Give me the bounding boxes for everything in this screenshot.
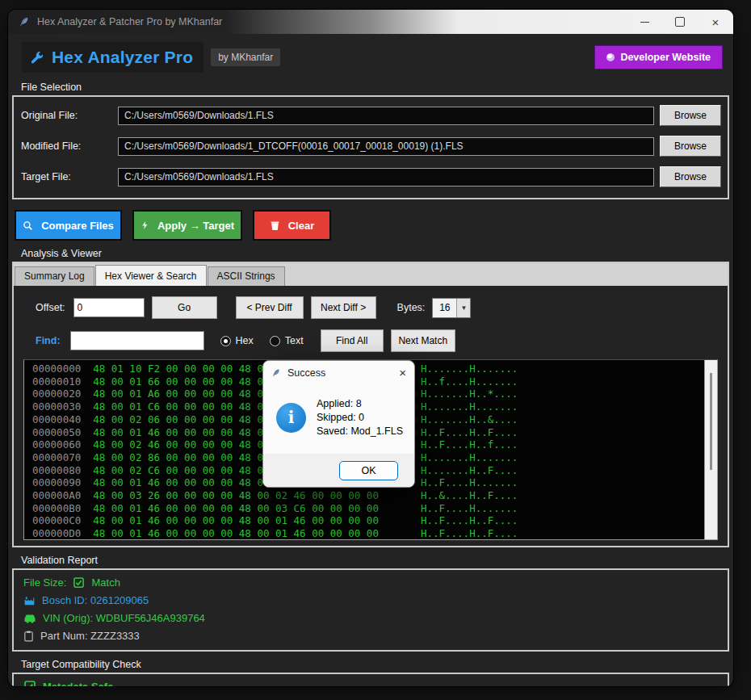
next-match-button[interactable]: Next Match [391, 329, 455, 352]
compatibility-box: Metadata Safe 100% Byte Compatible [12, 673, 729, 686]
close-icon: × [712, 16, 720, 28]
find-input[interactable] [70, 331, 204, 350]
app-header: Hex Analyzer Pro by MKhanfar Developer W… [8, 34, 733, 74]
minimize-button[interactable] [627, 10, 662, 34]
file-field-label: Target File: [21, 171, 118, 182]
clear-button[interactable]: Clear [253, 210, 331, 241]
apply-target-button[interactable]: Apply → Target [132, 210, 242, 241]
file-field-label: Original File: [21, 110, 118, 121]
radio-text[interactable]: Text [270, 335, 304, 346]
hex-row: 000000D048 00 01 46 00 00 00 00 48 00 01… [32, 527, 717, 540]
file-path-input[interactable] [118, 168, 654, 187]
bosch-id-row: Bosch ID: 0261209065 [23, 594, 718, 606]
vin-value: VIN (Orig): WDBUF56J46A939764 [43, 612, 205, 624]
minimize-icon [640, 22, 649, 23]
car-icon [23, 613, 36, 623]
validation-report-label: Validation Report [21, 555, 733, 566]
analysis-label: Analysis & Viewer [21, 248, 733, 259]
hex-row: 000000C048 00 01 46 00 00 00 00 48 00 01… [32, 514, 717, 527]
tab-ascii-strings[interactable]: ASCII Strings [208, 266, 285, 286]
app-window: Hex Analyzer & Patcher Pro by MKhanfar ×… [8, 10, 733, 686]
file-size-label: File Size: [23, 576, 66, 589]
chevron-down-icon: ▼ [456, 299, 470, 317]
close-button[interactable]: × [698, 10, 733, 34]
trash-icon [270, 220, 280, 231]
find-label: Find: [36, 335, 61, 346]
dialog-line-saved: Saved: Mod_1.FLS [317, 425, 403, 438]
app-title-box: Hex Analyzer Pro [22, 42, 203, 73]
maximize-icon [675, 17, 685, 27]
titlebar: Hex Analyzer & Patcher Pro by MKhanfar × [8, 10, 733, 34]
hex-row: 000000B048 00 01 46 00 00 00 00 48 00 03… [32, 502, 717, 515]
bytes-label: Bytes: [397, 302, 426, 313]
offset-toolbar: Offset: Go < Prev Diff Next Diff > Bytes… [14, 286, 728, 323]
browse-button[interactable]: Browse [660, 136, 721, 157]
checkbox-checked-icon [23, 680, 36, 686]
browse-button[interactable]: Browse [660, 105, 721, 126]
dialog-line-applied: Applied: 8 [317, 397, 403, 411]
next-diff-button[interactable]: Next Diff > [311, 296, 376, 319]
window-title: Hex Analyzer & Patcher Pro by MKhanfar [37, 16, 222, 27]
page-title: Hex Analyzer Pro [52, 48, 193, 67]
file-path-input[interactable] [118, 137, 654, 156]
feather-app-icon [19, 16, 30, 27]
file-path-input[interactable] [118, 107, 654, 125]
file-selection-label: File Selection [21, 82, 733, 93]
feather-dialog-icon [271, 368, 281, 378]
prev-diff-button[interactable]: < Prev Diff [236, 296, 304, 319]
radio-hex-icon [220, 336, 231, 346]
offset-label: Offset: [36, 302, 65, 313]
find-all-button[interactable]: Find All [321, 329, 384, 352]
radio-hex[interactable]: Hex [220, 335, 254, 346]
maximize-button[interactable] [662, 10, 698, 34]
compatibility-label: Target Compatibility Check [21, 659, 733, 670]
bytes-select[interactable]: 16 ▼ [432, 298, 471, 318]
wrench-icon [29, 50, 44, 65]
part-num-row: Part Num: ZZZZ3333 [23, 630, 718, 642]
actions-row: Compare Files Apply → Target Clear [15, 210, 729, 241]
tab-hex-viewer-search[interactable]: Hex Viewer & Search [95, 265, 207, 286]
info-icon: i [276, 403, 306, 433]
bosch-id-value: Bosch ID: 0261209065 [42, 594, 149, 606]
file-row: Original File: Browse [21, 105, 721, 126]
dialog-message: Applied: 8 Skipped: 0 Saved: Mod_1.FLS [317, 397, 403, 438]
radio-text-icon [270, 336, 280, 346]
factory-icon [23, 595, 36, 606]
scrollbar-track[interactable] [704, 360, 717, 539]
developer-website-button[interactable]: Developer Website [594, 45, 723, 69]
byline-badge: by MKhanfar [211, 48, 280, 66]
go-button[interactable]: Go [152, 296, 217, 319]
file-row: Modified File: Browse [21, 136, 721, 157]
file-row: Target File: Browse [21, 166, 721, 187]
browse-button[interactable]: Browse [660, 166, 721, 187]
success-dialog: Success × i Applied: 8 Skipped: 0 Saved:… [262, 360, 415, 488]
checkbox-checked-icon [73, 576, 85, 589]
validation-report-box: File Size: Match Bosch ID: 0261209065 VI… [12, 568, 729, 652]
offset-input[interactable] [73, 298, 145, 317]
search-icon [23, 220, 33, 231]
find-toolbar: Find: Hex Text Find All Next Match [14, 323, 728, 359]
file-field-label: Modified File: [21, 140, 118, 152]
ok-button[interactable]: OK [339, 461, 398, 480]
hex-row: 000000A048 00 03 26 00 00 00 00 48 00 02… [32, 489, 717, 502]
bytes-value: 16 [433, 299, 456, 317]
file-size-row: File Size: Match [23, 576, 718, 589]
file-selection-box: Original File: Browse Modified File: Bro… [12, 95, 729, 199]
compare-files-button[interactable]: Compare Files [15, 210, 122, 241]
part-num-value: Part Num: ZZZZ3333 [40, 630, 140, 642]
dialog-line-skipped: Skipped: 0 [317, 411, 403, 425]
dialog-titlebar: Success × [263, 361, 414, 384]
dialog-footer: OK [263, 454, 414, 487]
clipboard-icon [23, 631, 34, 642]
metadata-safe-row: Metadata Safe [23, 680, 718, 686]
scrollbar-thumb[interactable] [710, 373, 712, 470]
vin-row: VIN (Orig): WDBUF56J46A939764 [23, 612, 718, 624]
tab-strip: Summary LogHex Viewer & SearchASCII Stri… [14, 263, 728, 286]
file-size-value: Match [91, 576, 120, 589]
dialog-body: i Applied: 8 Skipped: 0 Saved: Mod_1.FLS [263, 384, 414, 454]
dialog-close-icon[interactable]: × [399, 366, 406, 379]
lightning-icon [141, 220, 149, 231]
tab-summary-log[interactable]: Summary Log [15, 266, 94, 286]
dialog-title: Success [287, 367, 325, 379]
globe-icon [606, 53, 615, 61]
